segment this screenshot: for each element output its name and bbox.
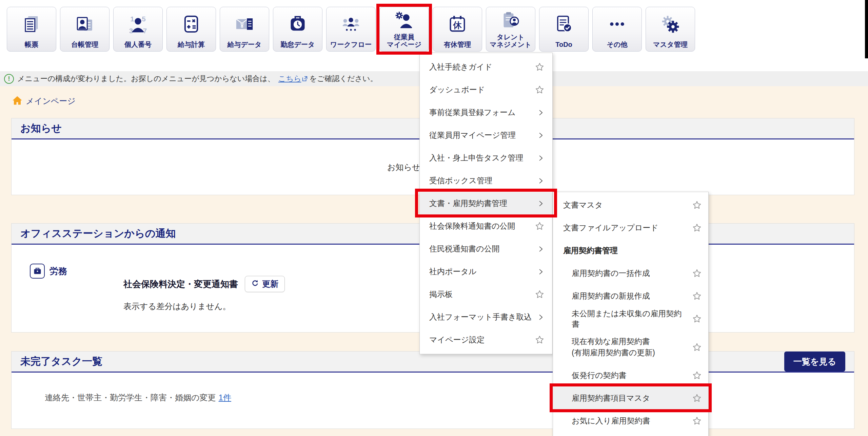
menu-item-mypage-settings[interactable]: マイページ設定 [420, 328, 552, 351]
others-icon [593, 7, 642, 41]
task-count-link[interactable]: 1件 [219, 393, 231, 402]
screen-edge-strip [865, 0, 868, 58]
toolbar-button-my-number[interactable]: 1537 個人番号 [113, 7, 163, 52]
submenu-item-contract-bulk-create[interactable]: 雇用契約書の一括作成 [553, 262, 708, 285]
chevron-right-icon [537, 132, 544, 139]
favorite-star-icon[interactable] [692, 416, 702, 425]
task-text: 連絡先・世帯主・勤労学生・障害・婚姻の変更 [45, 393, 216, 402]
menu-item-internal-portal[interactable]: 社内ポータル [420, 260, 552, 283]
employee-mypage-icon [380, 7, 429, 33]
submenu-item-document-file-upload[interactable]: 文書ファイルアップロード [553, 216, 708, 239]
breadcrumb-main-page[interactable]: メインページ [26, 96, 76, 107]
favorite-star-icon[interactable] [692, 314, 702, 323]
refresh-button-label: 更新 [262, 279, 278, 289]
refresh-icon [251, 279, 259, 289]
master-icon [646, 7, 695, 41]
employee-mypage-dropdown-menu: 入社手続きガイド ダッシュボード 事前従業員登録フォーム 従業員用マイページ管理… [419, 53, 553, 354]
toolbar-button-talent-management[interactable]: タレント マネジメント [486, 7, 535, 52]
toolbar-button-payroll-data[interactable]: ¥ 給与データ [220, 7, 269, 52]
favorite-star-icon[interactable] [535, 335, 544, 344]
svg-text:¥: ¥ [240, 22, 244, 29]
favorite-star-icon[interactable] [692, 201, 702, 210]
notice-here-link[interactable]: こちら [278, 74, 301, 83]
favorite-star-icon[interactable] [692, 269, 702, 278]
notification-title: 社会保険料決定・変更通知書 [123, 278, 238, 290]
menu-item-inbox-management[interactable]: 受信ボックス管理 [420, 169, 552, 192]
toolbar-button-ledger[interactable]: 台帳管理 [60, 7, 110, 52]
tasks-panel-title: 未完了タスク一覧 [20, 355, 102, 368]
toolbar-row: 帳票 台帳管理 1537 個人番号 給与計算 ¥ 給与データ 勤怠データ ワーク… [0, 0, 868, 52]
svg-text:7: 7 [143, 26, 147, 34]
submenu-item-contract-new-create[interactable]: 雇用契約書の新規作成 [553, 285, 708, 307]
menu-item-resident-tax-notice[interactable]: 住民税通知書の公開 [420, 238, 552, 260]
svg-text:3: 3 [129, 26, 133, 34]
no-diff-message: 表示する差分はありません。 [123, 301, 285, 312]
toolbar-button-workflow[interactable]: ワークフロー [326, 7, 376, 52]
notification-item: 社会保険料決定・変更通知書 更新 表示する差分はありません。 [123, 276, 285, 312]
labor-category-label: 労務 [50, 265, 67, 277]
menu-item-document-contract-management[interactable]: 文書・雇用契約書管理 [420, 192, 552, 215]
svg-text:5: 5 [142, 15, 145, 22]
favorite-star-icon[interactable] [535, 290, 544, 299]
toolbar-button-attendance-data[interactable]: 勤怠データ [273, 7, 322, 52]
submenu-item-employment-contract-management: 雇用契約書管理 [553, 239, 708, 262]
todo-icon [539, 7, 588, 41]
menu-item-onboarding-format-handwriting-import[interactable]: 入社フォーマット手書き取込 [420, 306, 552, 328]
info-icon: ! [4, 74, 14, 84]
menu-item-pre-employee-registration-form[interactable]: 事前従業員登録フォーム [420, 101, 552, 124]
tasks-panel-header: 未完了タスク一覧 一覧を見る [12, 352, 854, 373]
menu-item-onboarding-report-task-management[interactable]: 入社・身上申告タスク管理 [420, 147, 552, 169]
home-icon [12, 96, 22, 107]
notice-text: メニューの構成が変わりました。お探しのメニューが見つからない場合は、 [17, 74, 275, 84]
ledger-icon [60, 7, 109, 41]
favorite-star-icon[interactable] [692, 394, 702, 403]
refresh-button[interactable]: 更新 [245, 276, 285, 292]
menu-item-onboarding-guide[interactable]: 入社手続きガイド [420, 56, 552, 78]
toolbar-button-forms[interactable]: 帳票 [7, 7, 56, 52]
toolbar-button-paid-leave[interactable]: 休 有休管理 [433, 7, 482, 52]
submenu-item-contract-currently-active[interactable]: 現在有効な雇用契約書 (有期雇用契約書の更新) [553, 330, 708, 364]
toolbar-button-todo[interactable]: ToDo [539, 7, 589, 52]
favorite-star-icon[interactable] [692, 291, 702, 301]
toolbar-button-payroll-calc[interactable]: 給与計算 [166, 7, 216, 52]
payroll-data-icon: ¥ [220, 7, 269, 41]
chevron-right-icon [537, 314, 544, 321]
chevron-right-icon [537, 177, 544, 184]
talent-icon [486, 7, 535, 33]
menu-item-bulletin-board[interactable]: 掲示板 [420, 283, 552, 306]
menu-item-employee-mypage-management[interactable]: 従業員用マイページ管理 [420, 124, 552, 147]
favorite-star-icon[interactable] [535, 62, 544, 72]
menu-item-dashboard[interactable]: ダッシュボード [420, 78, 552, 101]
toolbar-button-master-management[interactable]: マスタ管理 [646, 7, 695, 52]
notice-text-after: をご確認ください。 [309, 74, 377, 83]
submenu-item-contract-provisional[interactable]: 仮発行の契約書 [553, 364, 708, 387]
favorite-star-icon[interactable] [535, 85, 544, 94]
toolbar-button-others[interactable]: その他 [592, 7, 642, 52]
briefcase-icon [30, 264, 45, 279]
tasks-panel-body: 連絡先・世帯主・勤労学生・障害・婚姻の変更1件 [12, 373, 854, 429]
svg-text:休: 休 [453, 20, 462, 30]
chevron-right-icon [537, 155, 544, 162]
my-number-icon: 1537 [114, 7, 162, 41]
favorite-star-icon[interactable] [692, 343, 702, 352]
submenu-item-contract-favorites[interactable]: お気に入り雇用契約書 [553, 410, 708, 432]
tasks-panel: 未完了タスク一覧 一覧を見る 連絡先・世帯主・勤労学生・障害・婚姻の変更1件 [11, 351, 854, 429]
chevron-right-icon [537, 268, 544, 275]
chevron-right-icon [537, 109, 544, 116]
workflow-icon [327, 7, 375, 41]
view-all-button[interactable]: 一覧を見る [784, 352, 845, 372]
chevron-right-icon [537, 246, 544, 252]
favorite-star-icon[interactable] [692, 371, 702, 380]
attendance-icon [273, 7, 322, 41]
notifications-panel-title: オフィスステーションからの通知 [20, 227, 176, 241]
menu-item-social-insurance-notice[interactable]: 社会保険料通知書の公開 [420, 215, 552, 238]
submenu-item-contract-item-master[interactable]: 雇用契約書項目マスタ [553, 387, 708, 410]
labor-category: 労務 [30, 264, 123, 279]
favorite-star-icon[interactable] [692, 223, 702, 232]
submenu-item-contract-unpublished-uncollected[interactable]: 未公開または未収集の雇用契約書 [553, 307, 708, 330]
submenu-item-document-master[interactable]: 文書マスタ [553, 194, 708, 216]
report-icon [7, 7, 56, 41]
toolbar-button-employee-mypage[interactable]: 従業員 マイページ [379, 7, 429, 52]
chevron-right-icon [537, 200, 544, 207]
favorite-star-icon[interactable] [535, 222, 544, 231]
